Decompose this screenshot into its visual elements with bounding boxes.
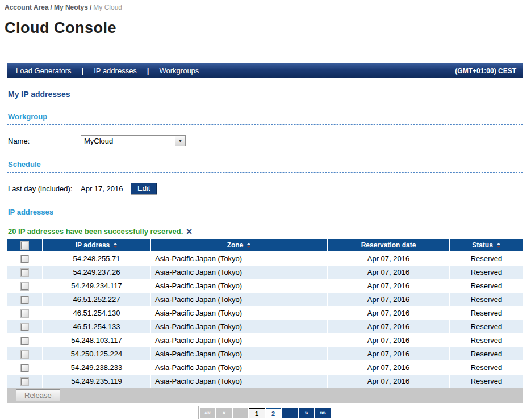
column-header-status[interactable]: Status xyxy=(449,239,523,251)
breadcrumb-my-neotys[interactable]: My Neotys xyxy=(54,3,88,11)
row-checkbox[interactable] xyxy=(21,324,28,331)
cell-zone: Asia-Pacific Japan (Tokyo) xyxy=(150,347,328,360)
row-checkbox-cell xyxy=(7,265,43,279)
cell-reservation-date: Apr 07, 2016 xyxy=(328,279,449,292)
row-checkbox-cell xyxy=(7,347,43,360)
cell-status: Reserved xyxy=(449,360,523,374)
cell-ip-address: 46.51.254.130 xyxy=(43,306,150,320)
cell-ip-address: 54.249.235.119 xyxy=(43,374,150,388)
section-divider xyxy=(7,220,523,220)
nav-separator: | xyxy=(139,66,157,75)
table-row: 54.249.235.119 Asia-Pacific Japan (Tokyo… xyxy=(7,374,523,388)
cell-zone: Asia-Pacific Japan (Tokyo) xyxy=(150,292,328,306)
pagination-page-2[interactable]: 2 xyxy=(266,408,281,418)
nav-item-ip-addresses[interactable]: IP addresses xyxy=(91,66,139,75)
release-button[interactable]: Release xyxy=(16,389,60,401)
row-checkbox-cell xyxy=(7,279,43,292)
table-footer-bar: Release xyxy=(7,388,523,403)
select-all-checkbox[interactable] xyxy=(21,242,28,249)
cell-reservation-date: Apr 07, 2016 xyxy=(328,265,449,279)
breadcrumb-separator: / xyxy=(88,3,93,11)
pagination-first[interactable]: «« xyxy=(200,408,215,418)
pagination: «« « 1 2 » »» xyxy=(198,406,332,419)
row-checkbox[interactable] xyxy=(21,364,28,372)
table-header-row: IP address Zone Reservation date Status xyxy=(7,239,523,251)
cell-status: Reserved xyxy=(449,279,523,292)
select-all-header-cell xyxy=(7,239,43,251)
table-row: 54.248.103.117 Asia-Pacific Japan (Tokyo… xyxy=(7,333,523,347)
cell-reservation-date: Apr 07, 2016 xyxy=(328,347,449,360)
pagination-page-1[interactable]: 1 xyxy=(249,408,265,418)
row-checkbox[interactable] xyxy=(21,310,28,317)
row-checkbox[interactable] xyxy=(21,378,28,385)
cell-zone: Asia-Pacific Japan (Tokyo) xyxy=(150,320,328,333)
section-divider xyxy=(7,124,523,125)
table-row: 46.51.254.133 Asia-Pacific Japan (Tokyo)… xyxy=(7,320,523,333)
cell-ip-address: 54.250.125.224 xyxy=(43,347,150,360)
cell-reservation-date: Apr 07, 2016 xyxy=(328,374,449,388)
cell-status: Reserved xyxy=(449,374,523,388)
table-row: 54.249.237.26 Asia-Pacific Japan (Tokyo)… xyxy=(7,265,523,279)
cell-reservation-date: Apr 07, 2016 xyxy=(328,333,449,347)
breadcrumb-separator: / xyxy=(49,3,54,11)
pagination-prev[interactable]: « xyxy=(216,408,232,418)
dropdown-arrow-icon[interactable]: ▼ xyxy=(175,136,185,146)
cell-zone: Asia-Pacific Japan (Tokyo) xyxy=(150,374,328,388)
cell-status: Reserved xyxy=(449,306,523,320)
cell-reservation-date: Apr 07, 2016 xyxy=(328,292,449,306)
pagination-next[interactable]: » xyxy=(299,408,314,418)
sort-icon[interactable] xyxy=(246,243,251,248)
table-row: 54.248.255.71 Asia-Pacific Japan (Tokyo)… xyxy=(7,251,523,265)
last-day-value: Apr 17, 2016 xyxy=(81,184,131,193)
column-header-zone[interactable]: Zone xyxy=(150,239,328,251)
close-icon[interactable]: ✕ xyxy=(186,228,193,235)
row-checkbox[interactable] xyxy=(21,255,28,263)
section-divider xyxy=(7,172,523,173)
cell-status: Reserved xyxy=(449,320,523,333)
row-checkbox-cell xyxy=(7,374,43,388)
success-message-row: 20 IP addresses have been successfully r… xyxy=(8,227,523,236)
cell-zone: Asia-Pacific Japan (Tokyo) xyxy=(150,306,328,320)
workgroup-select-value: MyCloud xyxy=(81,136,175,146)
column-header-ip-address[interactable]: IP address xyxy=(43,239,150,251)
row-checkbox[interactable] xyxy=(21,269,28,276)
pagination-spacer-left xyxy=(233,408,248,418)
pagination-last[interactable]: »» xyxy=(315,408,331,418)
column-label-reservation-date: Reservation date xyxy=(361,241,416,249)
workgroup-select[interactable]: MyCloud ▼ xyxy=(81,135,186,146)
breadcrumb-my-cloud: My Cloud xyxy=(93,3,122,11)
nav-item-load-generators[interactable]: Load Generators xyxy=(14,66,74,75)
sort-icon[interactable] xyxy=(496,243,501,248)
row-checkbox[interactable] xyxy=(21,296,28,304)
table-row: 54.249.234.117 Asia-Pacific Japan (Tokyo… xyxy=(7,279,523,292)
cell-zone: Asia-Pacific Japan (Tokyo) xyxy=(150,333,328,347)
cell-zone: Asia-Pacific Japan (Tokyo) xyxy=(150,251,328,265)
breadcrumb-account-area[interactable]: Account Area xyxy=(5,3,49,11)
nav-item-workgroups[interactable]: Workgroups xyxy=(157,66,202,75)
cell-ip-address: 54.249.237.26 xyxy=(43,265,150,279)
cell-status: Reserved xyxy=(449,292,523,306)
cell-status: Reserved xyxy=(449,333,523,347)
row-checkbox[interactable] xyxy=(21,337,28,345)
cell-ip-address: 54.249.238.233 xyxy=(43,360,150,374)
cell-reservation-date: Apr 07, 2016 xyxy=(328,360,449,374)
row-checkbox-cell xyxy=(7,333,43,347)
cell-status: Reserved xyxy=(449,347,523,360)
ip-table-body: 54.248.255.71 Asia-Pacific Japan (Tokyo)… xyxy=(7,251,523,388)
cell-reservation-date: Apr 07, 2016 xyxy=(328,306,449,320)
sort-icon[interactable] xyxy=(113,243,118,248)
last-day-label: Last day (included): xyxy=(8,184,81,193)
cell-status: Reserved xyxy=(449,265,523,279)
cell-ip-address: 46.51.254.133 xyxy=(43,320,150,333)
row-checkbox[interactable] xyxy=(21,351,28,358)
title-bar: Cloud Console xyxy=(0,11,531,44)
table-row: 54.250.125.224 Asia-Pacific Japan (Tokyo… xyxy=(7,347,523,360)
column-header-reservation-date: Reservation date xyxy=(328,239,449,251)
row-checkbox[interactable] xyxy=(21,283,28,290)
row-checkbox-cell xyxy=(7,292,43,306)
row-checkbox-cell xyxy=(7,360,43,374)
cell-zone: Asia-Pacific Japan (Tokyo) xyxy=(150,265,328,279)
table-row: 54.249.238.233 Asia-Pacific Japan (Tokyo… xyxy=(7,360,523,374)
cell-reservation-date: Apr 07, 2016 xyxy=(328,320,449,333)
edit-button[interactable]: Edit xyxy=(131,183,157,194)
